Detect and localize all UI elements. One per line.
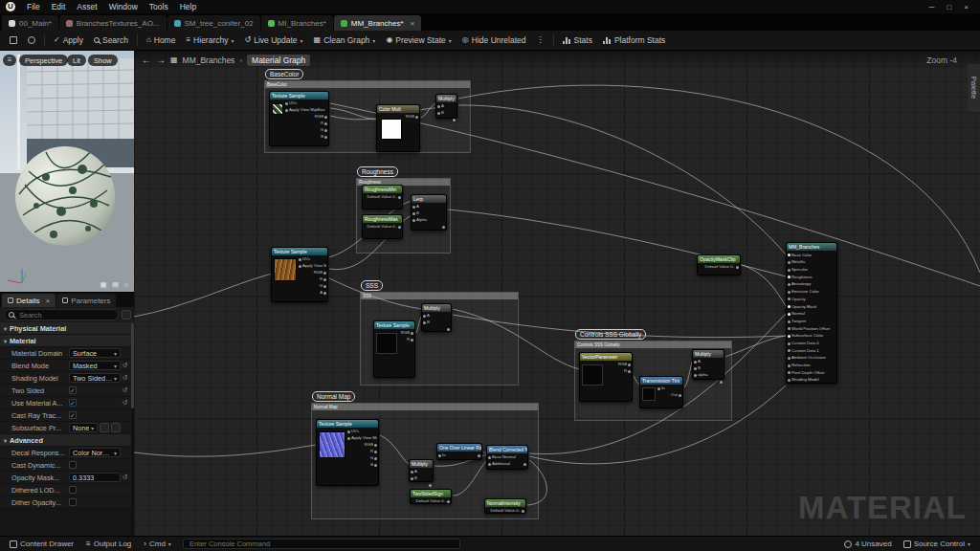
input-pin[interactable] (788, 298, 791, 300)
output-pin[interactable] (720, 381, 723, 384)
output-pin[interactable] (323, 285, 326, 288)
menu-help[interactable]: Help (174, 0, 202, 13)
unsaved-changes-button[interactable]: 4 Unsaved (839, 537, 896, 551)
input-pin[interactable] (788, 320, 791, 323)
input-pin[interactable] (788, 342, 791, 345)
output-log-button[interactable]: ≡Output Log (81, 537, 136, 551)
graph-node-result-node[interactable]: MM_BranchesBase ColorMetallicSpecularRou… (786, 242, 837, 384)
cast-ray-trac-checkbox[interactable] (69, 411, 77, 419)
input-pin[interactable] (423, 321, 426, 324)
viewport-corner-icons[interactable]: ▦ ▤ ○ (100, 281, 130, 289)
asset-tab-00-main[interactable]: 00_Main* (2, 15, 58, 31)
input-pin[interactable] (788, 364, 791, 367)
input-pin[interactable] (657, 387, 660, 390)
graph-node-sss-multiply-2[interactable]: MultiplyABalpha (692, 349, 724, 380)
graph-node-two-sided-sign[interactable]: TwoSidedSignDefault Value 0.. (410, 489, 452, 504)
input-pin[interactable] (438, 454, 441, 457)
output-pin[interactable] (415, 116, 418, 119)
dither-opacity-checkbox[interactable] (69, 498, 77, 506)
input-pin[interactable] (285, 102, 288, 105)
output-pin[interactable] (324, 129, 327, 132)
input-pin[interactable] (347, 430, 350, 433)
asset-tab-sm-tree-conifer-02[interactable]: SM_tree_conifer_02 (167, 15, 260, 31)
home-button[interactable]: ⌂Home (142, 33, 181, 47)
two-sided-checkbox[interactable] (69, 386, 77, 394)
decal-respons-dropdown[interactable]: Color Normal Ro...▾ (69, 448, 121, 457)
platform-stats-button[interactable]: Platform Stats (598, 33, 670, 47)
live-update-button[interactable]: ↺Live Update▾ (240, 33, 308, 47)
close-icon[interactable]: × (45, 297, 50, 305)
output-pin[interactable] (324, 116, 327, 119)
graph-node-multiply-base[interactable]: MultiplyAB (435, 94, 457, 119)
input-pin[interactable] (437, 105, 440, 108)
maximize-button[interactable]: □ (947, 3, 951, 11)
input-pin[interactable] (285, 109, 288, 112)
filter-icon[interactable] (122, 310, 131, 320)
blend-mode-dropdown[interactable]: Masked▾ (69, 361, 121, 370)
graph-node-sss-texture[interactable]: Texture SampleRGBR (373, 320, 415, 378)
input-pin[interactable] (411, 471, 413, 474)
save-button[interactable] (5, 34, 22, 46)
menu-asset[interactable]: Asset (71, 0, 102, 13)
content-drawer-button[interactable]: Content Drawer (5, 537, 78, 551)
menu-file[interactable]: File (21, 0, 46, 13)
breadcrumb-current[interactable]: Material Graph (247, 55, 310, 66)
input-pin[interactable] (788, 335, 791, 338)
input-pin[interactable] (788, 253, 791, 256)
input-pin[interactable] (299, 265, 301, 268)
output-pin[interactable] (478, 454, 480, 457)
input-pin[interactable] (788, 313, 791, 316)
console-command-box[interactable] (183, 539, 460, 549)
close-icon[interactable]: × (411, 19, 415, 28)
viewport-options-button[interactable]: ≡ (3, 55, 16, 66)
graph-node-tex-basecolor[interactable]: Texture SampleUVsApply View MipBiasRGBRG… (269, 91, 329, 146)
input-pin[interactable] (694, 361, 697, 364)
output-pin[interactable] (679, 394, 681, 397)
material-domain-dropdown[interactable]: Surface▾ (69, 348, 121, 358)
output-pin[interactable] (374, 451, 377, 453)
input-pin[interactable] (788, 371, 791, 374)
graph-node-transmission-tint[interactable]: Transmission TintInOut (639, 376, 683, 408)
output-pin[interactable] (398, 226, 401, 229)
output-pin[interactable] (411, 332, 413, 335)
input-pin[interactable] (437, 112, 440, 115)
reset-to-default-button[interactable]: ↺ (121, 399, 129, 407)
input-pin[interactable] (788, 261, 791, 264)
output-pin[interactable] (736, 266, 739, 269)
reset-to-default-button[interactable]: ↺ (121, 374, 129, 382)
minimize-button[interactable]: ─ (929, 3, 935, 11)
output-pin[interactable] (324, 122, 327, 125)
unreal-engine-logo-icon[interactable]: U (6, 2, 15, 11)
shading-model-dropdown[interactable]: Two Sided Foliag▾ (69, 373, 121, 383)
reset-to-default-button[interactable]: ↺ (121, 474, 129, 481)
asset-tab-mm-branches[interactable]: MM_Branches*× (334, 15, 421, 31)
asset-tab-branchestextures-ao[interactable]: BranchesTextures_AO... (59, 15, 167, 31)
input-pin[interactable] (788, 283, 791, 286)
input-pin[interactable] (788, 349, 791, 352)
graph-node-opacity-mask-clip[interactable]: OpacityMaskClipDefault Value 0.. (697, 254, 741, 276)
output-pin[interactable] (323, 272, 326, 275)
graph-node-tex-normal[interactable]: Texture SampleUVsApply View MipBiasRGBRG… (316, 419, 379, 486)
reset-to-default-button[interactable]: ↺ (121, 386, 129, 394)
output-pin[interactable] (429, 484, 432, 487)
output-pin[interactable] (523, 463, 526, 466)
output-pin[interactable] (323, 292, 326, 295)
graph-node-color-mult[interactable]: Color MultRGB (376, 104, 420, 152)
input-pin[interactable] (788, 291, 791, 294)
preview-viewport[interactable]: ≡ Perspective Lit Show ▦ ▤ ○ (0, 51, 134, 292)
output-pin[interactable] (398, 196, 401, 199)
breadcrumb-root[interactable]: MM_Branches (183, 55, 235, 65)
input-pin[interactable] (412, 219, 415, 222)
browse-to-asset-button[interactable] (23, 34, 40, 46)
input-pin[interactable] (411, 477, 413, 480)
details-section-advanced[interactable]: ▾Advanced (0, 434, 131, 447)
cast-dynamic-checkbox[interactable] (69, 461, 77, 469)
output-pin[interactable] (628, 364, 631, 366)
search-button[interactable]: Search (89, 33, 133, 47)
stats-button[interactable]: Stats (558, 33, 597, 47)
output-pin[interactable] (453, 119, 456, 121)
graph-node-roughness-min[interactable]: RoughnessMinDefault Value 0.. (362, 185, 403, 209)
graph-node-flatten-multiply[interactable]: MultiplyAB (409, 459, 434, 482)
input-pin[interactable] (788, 305, 791, 308)
output-pin[interactable] (442, 226, 445, 229)
